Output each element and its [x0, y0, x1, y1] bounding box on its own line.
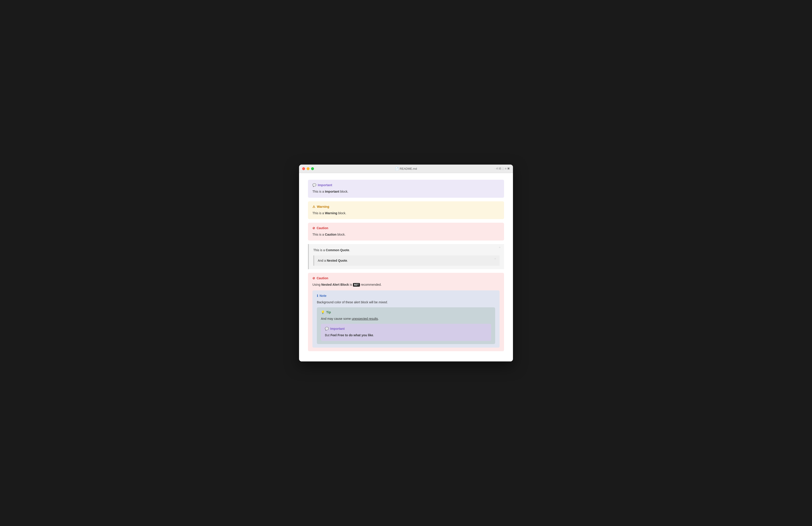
tip-icon: 💡: [321, 311, 325, 314]
window-title: 📄 README.md: [395, 167, 417, 170]
nested-tip-header: 💡 Tip: [321, 311, 491, 314]
nested-caution-block: ⊘ Caution Using Nested Alert Block is NO…: [308, 273, 504, 351]
nested-tip-body: And may cause some unexpected results.: [321, 316, 491, 321]
nested-important-block: 💬 Important But Feel Free to do what you…: [321, 324, 491, 341]
unexpected-results-link[interactable]: unexpected results: [352, 317, 378, 320]
warning-header: ⚠ Warning: [313, 205, 499, 208]
warning-block: ⚠ Warning This is a Warning block.: [308, 201, 504, 219]
not-badge: NOT: [353, 283, 360, 287]
caution-header: ⊘ Caution: [313, 226, 499, 230]
nested-note-block: ℹ Note Background color of these alert b…: [313, 290, 499, 348]
caution-block: ⊘ Caution This is a Caution block.: [308, 223, 504, 241]
minimize-button[interactable]: [307, 167, 309, 170]
warning-icon: ⚠: [313, 205, 315, 208]
nested-caution-icon: ⊘: [313, 276, 315, 280]
nested-caution-body: Using Nested Alert Block is NOT recommen…: [313, 282, 499, 287]
maximize-button[interactable]: [311, 167, 314, 170]
file-icon: 📄: [395, 167, 398, 170]
titlebar-right: · 4 词 ◌ ≡ ▣: [495, 167, 510, 170]
content-area: 💬 Important This is a Important block. ⚠…: [299, 173, 513, 361]
note-icon: ℹ: [317, 294, 318, 298]
nested-caution-header: ⊘ Caution: [313, 276, 499, 280]
nested-note-header: ℹ Note: [317, 294, 495, 298]
warning-body: This is a Warning block.: [313, 211, 499, 215]
nested-tip-block: 💡 Tip And may cause some unexpected resu…: [317, 307, 495, 344]
nested-note-body: Background color of these alert block wi…: [317, 300, 495, 305]
nested-important-icon: 💬: [325, 327, 329, 330]
caution-body: This is a Caution block.: [313, 232, 499, 237]
close-button[interactable]: [302, 167, 305, 170]
nested-important-body: But Feel Free to do what you like.: [325, 333, 487, 337]
quote-mark: ": [499, 246, 501, 251]
important-block: 💬 Important This is a Important block.: [308, 180, 504, 197]
nested-important-header: 💬 Important: [325, 327, 487, 330]
app-window: 📄 README.md · 4 词 ◌ ≡ ▣ 💬 Important This…: [299, 165, 513, 361]
titlebar: 📄 README.md · 4 词 ◌ ≡ ▣: [299, 165, 513, 173]
important-icon: 💬: [313, 183, 316, 187]
traffic-lights: [302, 167, 314, 170]
quote-text: This is a Common Quote.: [313, 247, 499, 253]
quote-block: " This is a Common Quote. " And a Nested…: [308, 244, 504, 269]
nested-quote: " And a Nested Quote.: [313, 255, 499, 266]
nested-quote-mark: ": [494, 258, 496, 262]
caution-icon: ⊘: [313, 226, 315, 230]
important-header: 💬 Important: [313, 183, 499, 187]
nested-quote-text: And a Nested Quote.: [318, 258, 496, 263]
important-body: This is a Important block.: [313, 189, 499, 194]
